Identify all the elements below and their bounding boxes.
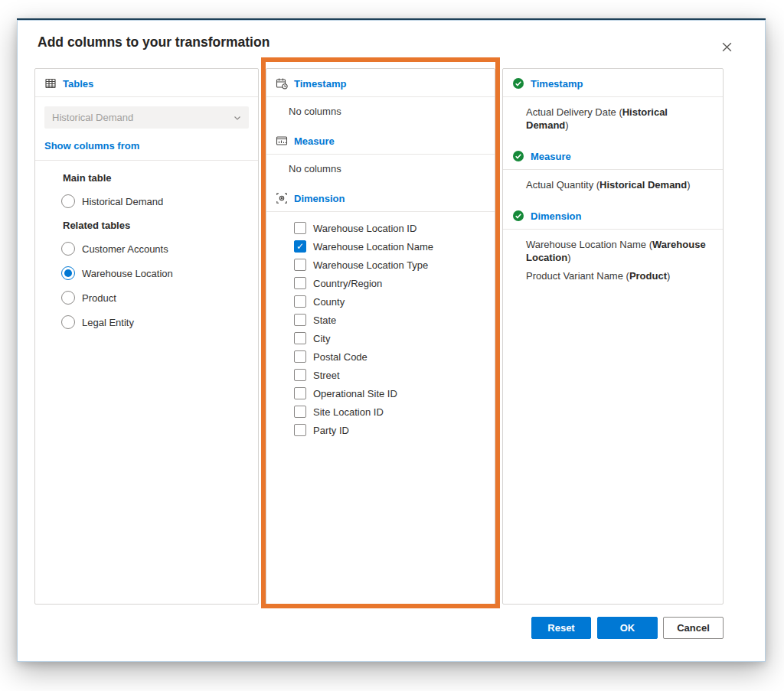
checkbox[interactable] <box>294 406 306 418</box>
table-grid-icon <box>44 77 57 90</box>
main-table-label: Main table <box>63 172 258 184</box>
radio-button[interactable] <box>61 242 75 256</box>
radio-row-product[interactable]: Product <box>61 291 258 305</box>
checkbox-label: Party ID <box>313 425 349 436</box>
add-columns-dialog: Add columns to your transformation <box>17 18 766 662</box>
measure-header-label: Measure <box>294 135 335 147</box>
radio-button[interactable] <box>61 315 75 329</box>
radio-button-selected[interactable] <box>61 266 75 280</box>
selected-timestamp-items: Actual Delivery DateHistorical Demand <box>503 97 723 142</box>
table-dropdown-value: Historical Demand <box>52 112 233 123</box>
related-tables-label: Related tables <box>63 220 258 231</box>
checkbox-row-warehouse-location-type[interactable]: Warehouse Location Type <box>294 256 495 274</box>
checkbox-label: Operational Site ID <box>313 388 397 399</box>
checkbox-label: Warehouse Location Name <box>313 241 433 253</box>
checkbox[interactable] <box>294 350 306 363</box>
dimension-section-header: Dimension <box>266 184 495 212</box>
checkbox-label: County <box>313 296 345 308</box>
checkbox-row-operational-site-id[interactable]: Operational Site ID <box>294 384 495 403</box>
checkbox[interactable] <box>294 314 306 326</box>
radio-row-warehouse-location[interactable]: Warehouse Location <box>61 266 258 280</box>
timestamp-section-header: Timestamp <box>266 69 495 97</box>
checkbox-row-street[interactable]: Street <box>294 366 495 384</box>
checkbox-label: State <box>313 315 336 326</box>
selected-dimension-label: Dimension <box>531 210 581 222</box>
checkbox[interactable] <box>294 259 306 271</box>
tables-header: Tables <box>35 69 258 97</box>
check-circle-icon <box>512 210 524 222</box>
selected-column-item: Actual Delivery DateHistorical Demand <box>526 106 707 132</box>
selected-timestamp-header: Timestamp <box>503 69 723 97</box>
tables-panel: Tables Historical Demand Show columns fr… <box>34 68 259 605</box>
measure-empty-text: No columns <box>266 155 495 184</box>
checkbox-label: Postal Code <box>313 351 368 363</box>
table-dropdown[interactable]: Historical Demand <box>44 106 249 129</box>
checkbox-row-site-location-id[interactable]: Site Location ID <box>294 403 495 421</box>
checkbox-row-state[interactable]: State <box>294 311 495 329</box>
checkbox[interactable] <box>294 369 306 381</box>
radio-row-legal-entity[interactable]: Legal Entity <box>61 315 258 329</box>
close-icon <box>721 41 733 53</box>
checkbox[interactable] <box>294 277 306 289</box>
radio-label: Warehouse Location <box>82 268 173 279</box>
radio-button[interactable] <box>61 291 75 305</box>
timestamp-calendar-clock-icon <box>276 77 288 90</box>
radio-label: Legal Entity <box>82 317 134 328</box>
dialog-title: Add columns to your transformation <box>38 34 270 51</box>
selected-columns-panel: Timestamp Actual Delivery DateHistorical… <box>502 68 724 605</box>
checkbox-checked[interactable] <box>294 240 306 253</box>
dimension-header-label: Dimension <box>294 193 345 204</box>
check-circle-icon <box>512 150 524 162</box>
timestamp-header-label: Timestamp <box>294 78 346 90</box>
checkbox[interactable] <box>294 222 306 234</box>
checkbox-label: City <box>313 333 330 344</box>
radio-button[interactable] <box>61 194 75 208</box>
timestamp-empty-text: No columns <box>266 97 495 126</box>
selected-column-item: Actual QuantityHistorical Demand <box>526 178 707 191</box>
radio-label: Historical Demand <box>82 196 163 207</box>
cancel-button[interactable]: Cancel <box>663 617 724 639</box>
radio-label: Customer Accounts <box>82 243 168 255</box>
radio-label: Product <box>82 292 116 304</box>
selected-dimension-header: Dimension <box>503 201 723 230</box>
dimension-columns-list: Warehouse Location ID Warehouse Location… <box>266 212 495 439</box>
checkbox-label: Warehouse Location ID <box>313 223 416 234</box>
checkbox-row-country-region[interactable]: Country/Region <box>294 274 495 292</box>
tables-header-label: Tables <box>63 78 93 90</box>
checkbox[interactable] <box>294 424 306 436</box>
selected-timestamp-label: Timestamp <box>531 78 583 90</box>
checkbox-row-city[interactable]: City <box>294 329 495 347</box>
selected-dimension-items: Warehouse Location NameWarehouse Locatio… <box>503 230 723 292</box>
close-button[interactable] <box>717 37 736 56</box>
reset-button[interactable]: Reset <box>531 617 591 639</box>
checkbox-label: Site Location ID <box>313 406 384 418</box>
selected-measure-label: Measure <box>531 151 571 162</box>
radio-row-customer-accounts[interactable]: Customer Accounts <box>61 242 258 256</box>
checkbox-label: Country/Region <box>313 278 382 289</box>
selected-column-item: Product Variant NameProduct <box>526 269 707 282</box>
selected-column-item: Warehouse Location NameWarehouse Locatio… <box>526 238 707 264</box>
checkbox[interactable] <box>294 295 306 308</box>
check-circle-icon <box>512 77 524 90</box>
checkbox[interactable] <box>294 387 306 399</box>
dialog-footer: Reset OK Cancel <box>18 617 766 640</box>
checkbox-row-warehouse-location-name[interactable]: Warehouse Location Name <box>294 237 495 256</box>
measure-chart-icon <box>276 135 288 147</box>
checkbox-label: Warehouse Location Type <box>313 259 428 271</box>
ok-button[interactable]: OK <box>597 617 658 639</box>
dimension-scale-icon <box>276 192 288 204</box>
checkbox[interactable] <box>294 332 306 344</box>
show-columns-from-header: Show columns from <box>35 140 258 161</box>
checkbox-row-warehouse-location-id[interactable]: Warehouse Location ID <box>294 219 495 237</box>
chevron-down-icon <box>233 113 242 122</box>
checkbox-row-party-id[interactable]: Party ID <box>294 421 495 439</box>
available-columns-panel: Timestamp No columns Measure No columns <box>266 68 495 605</box>
selected-measure-header: Measure <box>503 142 723 170</box>
radio-row-historical-demand[interactable]: Historical Demand <box>61 194 258 208</box>
selected-measure-items: Actual QuantityHistorical Demand <box>503 170 723 201</box>
checkbox-row-county[interactable]: County <box>294 292 495 311</box>
checkbox-label: Street <box>313 370 340 381</box>
measure-section-header: Measure <box>266 126 495 155</box>
checkbox-row-postal-code[interactable]: Postal Code <box>294 347 495 366</box>
screenshot-stage: Add columns to your transformation <box>0 0 784 691</box>
